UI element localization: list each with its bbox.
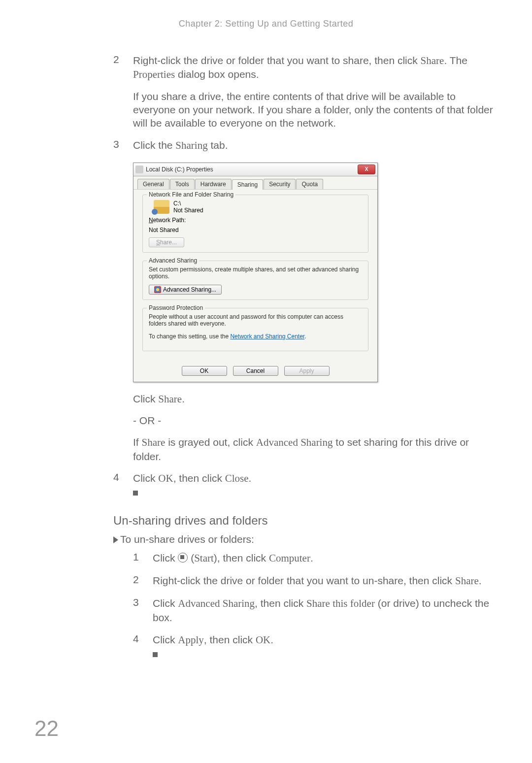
password-protection-group: Password Protection People without a use… bbox=[142, 308, 368, 351]
text: is grayed out, click bbox=[165, 436, 256, 448]
tab-hardware[interactable]: Hardware bbox=[195, 179, 232, 189]
end-marker-icon bbox=[153, 652, 158, 657]
network-sharing-center-link[interactable]: Network and Sharing Center bbox=[230, 333, 304, 340]
text: . The bbox=[444, 55, 467, 66]
shield-icon bbox=[154, 286, 161, 293]
windows-start-icon bbox=[178, 553, 188, 563]
step-text: Click Apply, then click OK. bbox=[153, 633, 498, 661]
text: To change this setting, use the bbox=[149, 333, 230, 340]
text: Right-click the drive or folder that you… bbox=[153, 575, 455, 586]
group-legend: Password Protection bbox=[147, 304, 205, 311]
ok-label: OK bbox=[158, 472, 173, 484]
tab-general[interactable]: General bbox=[137, 179, 169, 189]
unshare-step-2: 2 Right-click the drive or folder that y… bbox=[133, 574, 498, 588]
chapter-header: Chapter 2: Setting Up and Getting Starte… bbox=[34, 19, 498, 29]
close-label: Close bbox=[225, 472, 249, 484]
advanced-sharing-button[interactable]: Advanced Sharing... bbox=[149, 285, 222, 295]
text: . bbox=[249, 472, 252, 484]
step-number: 4 bbox=[113, 471, 133, 499]
network-path-label-rest: etwork Path: bbox=[153, 217, 186, 224]
text: If bbox=[133, 436, 142, 448]
text: , then click bbox=[204, 634, 256, 645]
drive-icon bbox=[135, 166, 143, 173]
sharing-label: Sharing bbox=[175, 139, 207, 151]
share-label: Share bbox=[142, 436, 166, 448]
step-text: Click Advanced Sharing, then click Share… bbox=[153, 597, 498, 624]
text: Click bbox=[153, 597, 178, 609]
advanced-sharing-label: Advanced Sharing bbox=[256, 436, 333, 448]
ok-label: OK bbox=[256, 634, 270, 646]
unshare-step-1: 1 Click (Start), then click Computer. bbox=[133, 551, 498, 565]
tab-security[interactable]: Security bbox=[264, 179, 296, 189]
tabs-row: General Tools Hardware Sharing Security … bbox=[133, 176, 377, 190]
step-2: 2 Right-click the drive or folder that y… bbox=[113, 54, 498, 130]
text: , then click bbox=[173, 472, 225, 484]
drive-status: Not Shared bbox=[173, 207, 203, 214]
step-number: 3 bbox=[113, 138, 133, 152]
window-title: Local Disk (C:) Properties bbox=[146, 166, 358, 173]
group-legend: Network File and Folder Sharing bbox=[147, 191, 235, 198]
titlebar: Local Disk (C:) Properties X bbox=[133, 163, 377, 176]
apply-label: Apply bbox=[178, 634, 204, 646]
text: Click bbox=[153, 552, 178, 564]
ok-button[interactable]: OK bbox=[182, 366, 227, 376]
share-label: Share bbox=[158, 393, 182, 405]
group-legend: Advanced Sharing bbox=[147, 257, 199, 264]
end-marker-icon bbox=[133, 491, 138, 496]
step-text: Click OK, then click Close. bbox=[133, 471, 498, 499]
text: tab. bbox=[208, 139, 228, 151]
computer-label: Computer bbox=[269, 552, 310, 564]
close-icon[interactable]: X bbox=[358, 165, 375, 174]
step-paragraph: If you share a drive, the entire content… bbox=[133, 90, 498, 130]
unshare-step-3: 3 Click Advanced Sharing, then click Sha… bbox=[133, 597, 498, 624]
cancel-button[interactable]: Cancel bbox=[233, 366, 278, 376]
step-text: Right-click the drive or folder that you… bbox=[133, 54, 498, 130]
share-label: Share bbox=[421, 55, 444, 66]
step-text: Click (Start), then click Computer. bbox=[153, 551, 498, 565]
network-path-value: Not Shared bbox=[149, 227, 362, 233]
share-this-folder-label: Share this folder bbox=[306, 597, 375, 609]
network-path-label: N bbox=[149, 217, 153, 224]
text: Click the bbox=[133, 139, 175, 151]
text: Click bbox=[153, 634, 178, 645]
page-number: 22 bbox=[34, 716, 59, 741]
procedure-text: To un-share drives or folders: bbox=[120, 533, 254, 545]
step-3: 3 Click the Sharing tab. bbox=[113, 138, 498, 152]
step-text: Right-click the drive or folder that you… bbox=[153, 574, 498, 588]
step-number: 2 bbox=[113, 54, 133, 130]
text: . bbox=[310, 552, 313, 564]
step-4: 4 Click OK, then click Close. bbox=[113, 471, 498, 499]
step-number: 3 bbox=[133, 597, 153, 624]
advanced-desc: Set custom permissions, create multiple … bbox=[149, 266, 362, 280]
drive-path: C:\ bbox=[173, 200, 203, 207]
tab-sharing[interactable]: Sharing bbox=[232, 179, 263, 190]
text: Click bbox=[133, 393, 158, 404]
text: Right-click the drive or folder that you… bbox=[133, 55, 421, 66]
properties-label: Properties bbox=[133, 68, 175, 80]
triangle-icon bbox=[113, 536, 118, 543]
tab-tools[interactable]: Tools bbox=[170, 179, 195, 189]
advanced-sharing-group: Advanced Sharing Set custom permissions,… bbox=[142, 261, 368, 300]
or-separator: - OR - bbox=[133, 414, 498, 428]
drive-icon bbox=[154, 200, 169, 214]
advanced-sharing-label: Advanced Sharing bbox=[178, 597, 255, 609]
text: . bbox=[479, 575, 482, 586]
text: . bbox=[182, 393, 185, 404]
step-text: Click the Sharing tab. bbox=[133, 138, 498, 152]
step-number: 2 bbox=[133, 574, 153, 588]
share-button[interactable]: Share... bbox=[149, 237, 184, 247]
text: dialog box opens. bbox=[175, 68, 259, 80]
properties-dialog-screenshot: Local Disk (C:) Properties X General Too… bbox=[133, 163, 378, 382]
share-label: Share bbox=[455, 575, 479, 587]
apply-button[interactable]: Apply bbox=[284, 366, 330, 376]
step-number: 1 bbox=[133, 551, 153, 565]
section-title: Un-sharing drives and folders bbox=[113, 514, 498, 528]
password-desc: People without a user account and passwo… bbox=[149, 313, 362, 327]
tab-quota[interactable]: Quota bbox=[296, 179, 323, 189]
unshare-step-4: 4 Click Apply, then click OK. bbox=[133, 633, 498, 661]
text: Click bbox=[133, 472, 158, 484]
text: . bbox=[270, 634, 273, 645]
text: . bbox=[304, 333, 306, 340]
procedure-heading: To un-share drives or folders: bbox=[113, 533, 498, 545]
start-label: Start bbox=[194, 552, 214, 564]
